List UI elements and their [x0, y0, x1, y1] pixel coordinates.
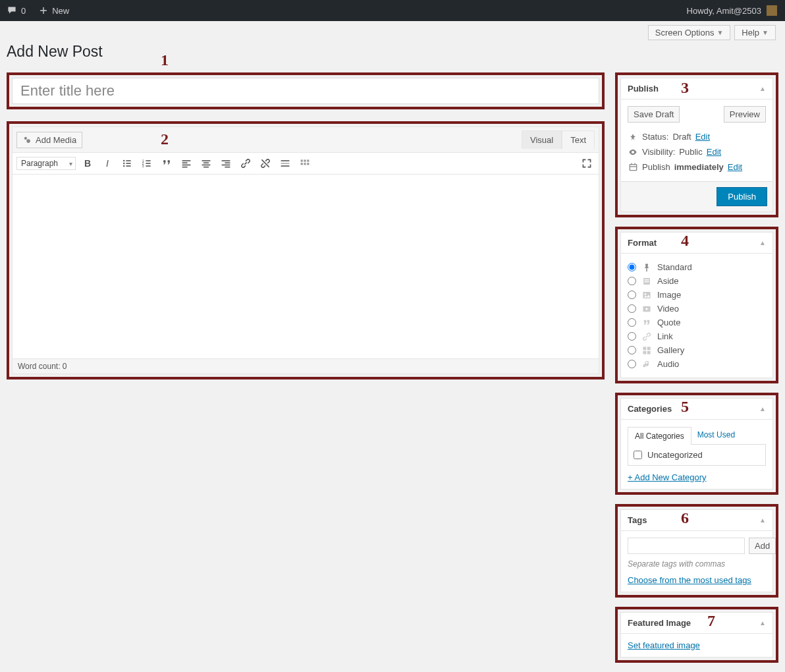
- featured-image-section: 7 Featured Image▲ Set featured image: [615, 607, 778, 663]
- preview-button[interactable]: Preview: [724, 106, 766, 123]
- format-radio[interactable]: [628, 360, 636, 368]
- format-radio[interactable]: [628, 346, 636, 354]
- fullscreen-button[interactable]: [579, 155, 595, 171]
- save-draft-button[interactable]: Save Draft: [628, 106, 680, 123]
- format-select[interactable]: Paragraph: [16, 157, 76, 170]
- svg-point-43: [645, 293, 647, 295]
- tab-most-used[interactable]: Most Used: [691, 426, 742, 444]
- post-title-input[interactable]: [12, 78, 599, 104]
- align-right-button[interactable]: [218, 155, 234, 171]
- svg-rect-22: [222, 160, 230, 161]
- editor-toolbar: Paragraph B I 123: [12, 153, 599, 175]
- format-option-video[interactable]: Video: [628, 302, 766, 316]
- edit-visibility-link[interactable]: Edit: [707, 147, 721, 157]
- video-icon: [641, 304, 652, 314]
- help-button[interactable]: Help▼: [734, 25, 776, 40]
- svg-rect-28: [281, 165, 290, 167]
- edit-status-link[interactable]: Edit: [695, 132, 710, 142]
- format-radio[interactable]: [628, 291, 636, 299]
- avatar[interactable]: [767, 5, 777, 16]
- choose-tags-link[interactable]: Choose from the most used tags: [628, 575, 751, 585]
- editor-textarea[interactable]: [12, 175, 599, 359]
- edit-schedule-link[interactable]: Edit: [728, 162, 742, 172]
- format-option-audio[interactable]: Audio: [628, 357, 766, 371]
- bullet-list-button[interactable]: [119, 155, 135, 171]
- new-link[interactable]: New: [52, 6, 69, 16]
- svg-rect-31: [307, 159, 309, 161]
- svg-rect-34: [307, 163, 309, 165]
- add-media-button[interactable]: Add Media: [16, 132, 82, 148]
- category-checkbox[interactable]: [634, 451, 642, 459]
- editor-top-bar: Add Media Visual Text: [12, 126, 599, 153]
- format-radio[interactable]: [628, 332, 636, 341]
- collapse-icon[interactable]: ▲: [759, 619, 766, 627]
- category-item[interactable]: Uncategorized: [634, 450, 760, 460]
- publish-heading: Publish: [628, 84, 659, 94]
- blockquote-button[interactable]: [159, 155, 175, 171]
- plus-icon[interactable]: [39, 6, 48, 15]
- toggle-toolbar-button[interactable]: [297, 155, 313, 171]
- comment-count[interactable]: 0: [21, 6, 26, 16]
- svg-rect-17: [182, 167, 188, 168]
- svg-rect-26: [281, 160, 290, 161]
- aside-icon: [641, 277, 652, 286]
- howdy-text[interactable]: Howdy, Amit@2503: [687, 6, 761, 16]
- svg-rect-24: [222, 165, 230, 166]
- svg-rect-16: [182, 165, 191, 166]
- svg-rect-38: [630, 166, 636, 167]
- align-center-button[interactable]: [198, 155, 214, 171]
- tab-all-categories[interactable]: All Categories: [628, 427, 691, 445]
- align-left-button[interactable]: [178, 155, 194, 171]
- link-button[interactable]: [238, 155, 254, 171]
- bold-button[interactable]: B: [80, 155, 95, 171]
- more-button[interactable]: [277, 155, 293, 171]
- collapse-icon[interactable]: ▲: [759, 85, 766, 92]
- publish-button[interactable]: Publish: [717, 187, 767, 206]
- svg-point-4: [123, 163, 124, 164]
- page-title: Add New Post: [7, 43, 103, 61]
- svg-rect-48: [647, 350, 651, 354]
- format-radio[interactable]: [628, 304, 636, 313]
- tab-text[interactable]: Text: [562, 130, 595, 149]
- svg-point-6: [123, 165, 124, 167]
- format-option-image[interactable]: Image: [628, 288, 766, 302]
- format-radio[interactable]: [628, 318, 636, 327]
- format-radio[interactable]: [628, 277, 636, 285]
- add-tag-button[interactable]: Add: [749, 538, 776, 554]
- format-option-aside[interactable]: Aside: [628, 274, 766, 288]
- svg-rect-9: [146, 160, 150, 161]
- collapse-icon[interactable]: ▲: [759, 239, 766, 246]
- format-section: 4 Format▲ StandardAsideImageVideoQuoteLi…: [615, 227, 778, 383]
- svg-rect-47: [643, 350, 646, 354]
- italic-button[interactable]: I: [99, 155, 115, 171]
- format-option-link[interactable]: Link: [628, 329, 766, 343]
- screen-options-button[interactable]: Screen Options▼: [648, 25, 731, 40]
- format-option-gallery[interactable]: Gallery: [628, 343, 766, 357]
- tab-visual[interactable]: Visual: [522, 130, 562, 149]
- comments-icon[interactable]: [7, 5, 17, 16]
- svg-rect-11: [146, 163, 150, 164]
- collapse-icon[interactable]: ▲: [759, 405, 766, 412]
- svg-rect-7: [126, 165, 130, 167]
- unlink-button[interactable]: [257, 155, 273, 171]
- svg-rect-18: [202, 160, 211, 161]
- featured-heading: Featured Image: [628, 618, 691, 628]
- editor-footer: Word count: 0: [12, 359, 599, 374]
- format-heading: Format: [628, 238, 657, 248]
- media-icon: [22, 135, 32, 144]
- gallery-icon: [641, 346, 652, 355]
- format-radio[interactable]: [628, 263, 636, 271]
- svg-rect-45: [643, 347, 646, 350]
- tag-input[interactable]: [628, 538, 745, 554]
- admin-toolbar: 0 New Howdy, Amit@2503: [0, 0, 785, 21]
- svg-rect-13: [146, 165, 150, 167]
- add-category-link[interactable]: + Add New Category: [628, 472, 707, 482]
- collapse-icon[interactable]: ▲: [759, 517, 766, 524]
- format-option-standard[interactable]: Standard: [628, 260, 766, 274]
- number-list-button[interactable]: 123: [139, 155, 155, 171]
- svg-rect-19: [203, 162, 209, 163]
- categories-heading: Categories: [628, 404, 672, 414]
- format-option-quote[interactable]: Quote: [628, 316, 766, 329]
- set-featured-link[interactable]: Set featured image: [628, 640, 700, 650]
- svg-rect-37: [634, 163, 635, 165]
